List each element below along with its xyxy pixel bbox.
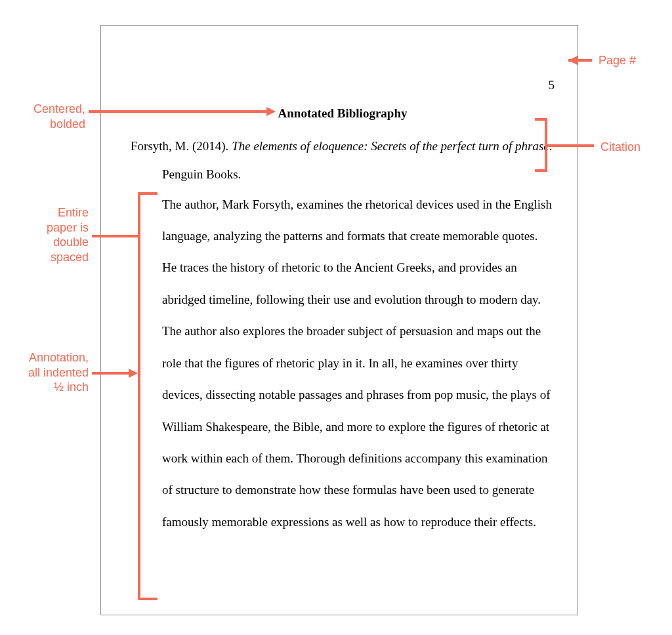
document-page: 5 Annotated Bibliography Forsyth, M. (20…: [100, 25, 578, 615]
label-annotation-indent: Annotation, all indented ½ inch: [7, 350, 89, 395]
label-centered-bolded: Centered, bolded: [10, 102, 85, 131]
citation-entry: Forsyth, M. (2014). The elements of eloq…: [131, 133, 555, 189]
citation-title: The elements of eloquence: Secrets of th…: [232, 139, 549, 153]
annotation-text: The author, Mark Forsyth, examines the r…: [131, 189, 555, 539]
page-number: 5: [549, 78, 555, 92]
label-page-number: Page #: [598, 53, 636, 68]
citation-author: Forsyth, M. (2014).: [131, 139, 232, 153]
document-title: Annotated Bibliography: [131, 106, 555, 121]
label-double-spaced: Entire paper is double spaced: [36, 205, 89, 264]
diagram-canvas: 5 Annotated Bibliography Forsyth, M. (20…: [0, 0, 672, 635]
label-citation: Citation: [600, 140, 640, 155]
